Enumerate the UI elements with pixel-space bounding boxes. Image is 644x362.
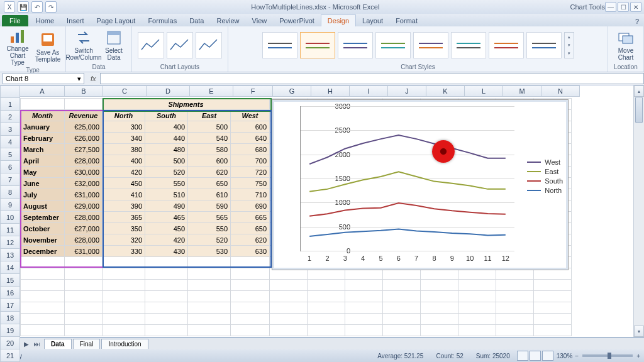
cell[interactable]: 630	[231, 246, 270, 257]
cell[interactable]: 620	[231, 234, 270, 246]
row-header[interactable]: 12	[0, 236, 20, 249]
cell[interactable]: August	[21, 200, 65, 212]
cell[interactable]	[458, 314, 496, 325]
cell[interactable]: 365	[103, 212, 145, 223]
cell[interactable]	[383, 314, 421, 325]
cell[interactable]	[188, 291, 231, 302]
cell[interactable]	[231, 257, 270, 268]
column-header[interactable]: A	[20, 85, 65, 97]
chart-layout-option[interactable]	[167, 32, 193, 58]
cell[interactable]	[21, 314, 65, 325]
fx-icon[interactable]: fx	[87, 75, 100, 82]
column-header[interactable]: B	[65, 85, 103, 97]
cell[interactable]	[458, 302, 496, 314]
cell[interactable]	[21, 302, 65, 314]
cell[interactable]	[270, 280, 308, 291]
tab-view[interactable]: View	[246, 15, 274, 26]
cell[interactable]: June	[21, 178, 65, 189]
column-header[interactable]: M	[503, 85, 541, 97]
row-header[interactable]: 17	[0, 299, 20, 312]
cell[interactable]	[188, 280, 231, 291]
cell[interactable]	[21, 291, 65, 302]
cell[interactable]	[188, 302, 231, 314]
cell[interactable]: €28,000	[65, 212, 103, 223]
cell[interactable]: 480	[145, 144, 188, 155]
row-header[interactable]: 14	[0, 261, 20, 274]
cell[interactable]	[308, 302, 345, 314]
row-header[interactable]: 7	[0, 173, 20, 186]
select-all-corner[interactable]	[0, 85, 20, 98]
row-header[interactable]: 20	[0, 337, 20, 349]
cell[interactable]: February	[21, 133, 65, 144]
embedded-chart[interactable]: 050010001500200025003000 123456789101112…	[272, 99, 569, 270]
cell[interactable]: 500	[145, 155, 188, 167]
cell[interactable]	[21, 257, 65, 268]
row-header[interactable]: 21	[0, 349, 20, 362]
column-header[interactable]: C	[103, 85, 147, 97]
switch-row-column-button[interactable]: Switch Row/Column	[70, 30, 97, 61]
cell[interactable]: 450	[145, 223, 188, 234]
cell[interactable]	[145, 314, 188, 325]
cell[interactable]	[103, 257, 145, 268]
column-header[interactable]: K	[426, 85, 465, 97]
cell[interactable]: €28,000	[65, 234, 103, 246]
change-chart-type-button[interactable]: Change Chart Type	[4, 28, 31, 66]
cell[interactable]: 600	[231, 121, 270, 133]
cell[interactable]	[496, 325, 534, 336]
cell[interactable]: March	[21, 144, 65, 155]
chart-style-option[interactable]	[451, 32, 486, 58]
row-header[interactable]: 8	[0, 186, 20, 199]
chevron-down-icon[interactable]: ▾	[77, 75, 81, 83]
column-header[interactable]: L	[465, 85, 503, 97]
cell[interactable]: 410	[103, 189, 145, 200]
cell[interactable]	[188, 268, 231, 280]
cell[interactable]: 520	[145, 167, 188, 178]
cell[interactable]	[270, 314, 308, 325]
cell[interactable]	[65, 325, 103, 336]
cell[interactable]: 390	[103, 200, 145, 212]
row-header[interactable]: 3	[0, 123, 20, 136]
cell[interactable]	[65, 280, 103, 291]
tab-formulas[interactable]: Formulas	[142, 15, 183, 26]
cell[interactable]	[345, 314, 383, 325]
redo-icon[interactable]: ↷	[45, 1, 57, 13]
row-header[interactable]: 19	[0, 324, 20, 337]
cell[interactable]: 680	[231, 144, 270, 155]
cell[interactable]: Month	[21, 110, 65, 121]
row-header[interactable]: 4	[0, 136, 20, 148]
cell[interactable]: 300	[103, 121, 145, 133]
scroll-thumb[interactable]	[635, 97, 643, 123]
cell[interactable]: East	[188, 110, 231, 121]
cell[interactable]: May	[21, 167, 65, 178]
chart-series-north[interactable]	[309, 229, 506, 237]
cell[interactable]	[21, 280, 65, 291]
cell[interactable]	[345, 325, 383, 336]
cell[interactable]	[21, 99, 65, 110]
cell[interactable]: €28,000	[65, 155, 103, 167]
cell[interactable]	[145, 268, 188, 280]
row-header[interactable]: 13	[0, 249, 20, 261]
row-header[interactable]: 18	[0, 312, 20, 324]
cell[interactable]	[65, 268, 103, 280]
cell[interactable]: 450	[103, 178, 145, 189]
cell[interactable]: December	[21, 246, 65, 257]
cell[interactable]: €25,000	[65, 121, 103, 133]
cell[interactable]	[534, 280, 572, 291]
chart-series-south[interactable]	[309, 203, 506, 216]
legend-item[interactable]: East	[527, 168, 563, 175]
vertical-scrollbar[interactable]: ▴ ▾	[633, 85, 644, 337]
cell[interactable]	[345, 291, 383, 302]
cell[interactable]	[534, 314, 572, 325]
cell[interactable]	[231, 280, 270, 291]
maximize-button[interactable]: ☐	[618, 2, 629, 12]
cell[interactable]: July	[21, 189, 65, 200]
cell[interactable]: 620	[188, 167, 231, 178]
cell[interactable]: 510	[145, 189, 188, 200]
cell[interactable]: November	[21, 234, 65, 246]
cell[interactable]	[145, 325, 188, 336]
cell[interactable]	[65, 302, 103, 314]
scroll-up-button[interactable]: ▴	[634, 85, 644, 97]
cell[interactable]: 330	[103, 246, 145, 257]
column-header[interactable]: N	[541, 85, 580, 97]
cell[interactable]	[103, 280, 145, 291]
